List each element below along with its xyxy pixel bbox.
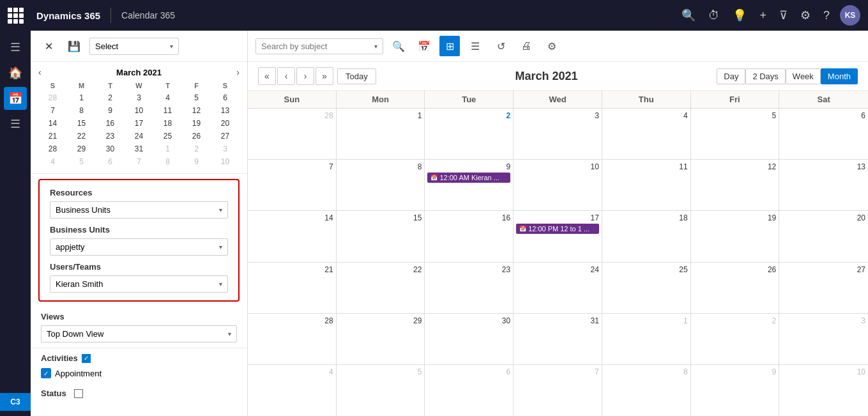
mini-cal-prev-btn[interactable]: ‹: [38, 67, 42, 77]
cal-day-cell[interactable]: 8: [602, 365, 691, 416]
cal-day-cell[interactable]: 26: [691, 263, 780, 313]
mini-cal-day[interactable]: 6: [96, 155, 125, 168]
search-dropdown-arrow[interactable]: ▾: [374, 43, 377, 50]
mini-cal-day[interactable]: 9: [182, 155, 211, 168]
cal-day-cell[interactable]: 19: [691, 211, 780, 261]
cal-day-cell[interactable]: 10: [779, 365, 868, 416]
mini-cal-day[interactable]: 4: [38, 155, 67, 168]
mini-cal-day[interactable]: 24: [125, 130, 153, 143]
cal-day-cell[interactable]: 4: [602, 109, 691, 159]
users-teams-dropdown[interactable]: Kieran Smith ▾: [50, 275, 228, 293]
mini-cal-day[interactable]: 26: [182, 130, 211, 143]
cal-day-cell[interactable]: 21: [248, 263, 337, 313]
mini-cal-next-btn[interactable]: ›: [236, 67, 240, 77]
view-2days-btn[interactable]: 2 Days: [745, 68, 785, 84]
cal-day-cell[interactable]: 17 📅 12:00 PM 12 to 1 ...: [514, 211, 602, 261]
cal-day-cell[interactable]: 29: [337, 314, 425, 364]
mini-cal-day[interactable]: 21: [38, 130, 67, 143]
app-grid-icon[interactable]: [8, 8, 24, 24]
appointment-checkbox[interactable]: ✓: [41, 368, 51, 378]
mini-cal-day[interactable]: 6: [211, 91, 240, 104]
mini-cal-day[interactable]: 11: [153, 104, 182, 117]
mini-cal-day[interactable]: 27: [211, 130, 240, 143]
mini-cal-day[interactable]: 7: [125, 155, 153, 168]
cal-day-cell[interactable]: 7: [248, 160, 337, 210]
resources-dropdown[interactable]: Business Units ▾: [50, 201, 228, 219]
list-view-icon-btn[interactable]: ☰: [465, 36, 485, 56]
cal-day-cell[interactable]: 14: [248, 211, 337, 261]
close-button[interactable]: ✕: [38, 36, 59, 56]
cal-date-icon-btn[interactable]: 📅: [414, 36, 434, 56]
add-icon[interactable]: +: [757, 6, 769, 25]
mini-cal-day[interactable]: 5: [182, 91, 211, 104]
help-icon[interactable]: ?: [821, 6, 832, 25]
mini-cal-day[interactable]: 10: [125, 104, 153, 117]
calendar-event[interactable]: 📅 12:00 AM Kieran ...: [427, 173, 510, 183]
cal-day-cell[interactable]: 5: [691, 109, 780, 159]
cal-day-cell[interactable]: 24: [514, 263, 602, 313]
sidebar-calendar-icon[interactable]: 📅: [4, 87, 27, 110]
save-button[interactable]: 💾: [64, 36, 84, 56]
mini-cal-day[interactable]: 19: [182, 117, 211, 130]
mini-cal-day[interactable]: 20: [211, 117, 240, 130]
cal-day-cell[interactable]: 28: [248, 109, 337, 159]
cal-day-cell[interactable]: 8: [337, 160, 425, 210]
view-month-btn[interactable]: Month: [821, 68, 858, 84]
cal-day-cell[interactable]: 20: [779, 211, 868, 261]
mini-cal-day[interactable]: 1: [153, 143, 182, 155]
cal-day-cell[interactable]: 6: [779, 109, 868, 159]
search-icon-btn[interactable]: 🔍: [388, 36, 409, 56]
cal-day-cell[interactable]: 27: [779, 263, 868, 313]
mini-cal-day[interactable]: 4: [153, 91, 182, 104]
cal-day-cell[interactable]: 9: [691, 365, 780, 416]
mini-cal-day[interactable]: 29: [67, 143, 96, 155]
mini-cal-day[interactable]: 9: [96, 104, 125, 117]
cal-day-cell[interactable]: 4: [248, 365, 337, 416]
cal-last-btn[interactable]: »: [316, 67, 333, 85]
cal-day-cell[interactable]: 30: [425, 314, 514, 364]
view-week-btn[interactable]: Week: [786, 68, 821, 84]
calendar-event[interactable]: 📅 12:00 PM 12 to 1 ...: [516, 224, 599, 234]
cal-day-cell[interactable]: 7: [514, 365, 602, 416]
cal-day-cell[interactable]: 22: [337, 263, 425, 313]
cal-day-cell[interactable]: 3: [514, 109, 602, 159]
cal-day-cell[interactable]: 25: [602, 263, 691, 313]
cal-day-cell[interactable]: 10: [514, 160, 602, 210]
avatar[interactable]: KS: [840, 5, 860, 26]
mini-cal-day[interactable]: 8: [153, 155, 182, 168]
mini-cal-day[interactable]: 31: [125, 143, 153, 155]
mini-cal-day[interactable]: 30: [96, 143, 125, 155]
cal-day-cell[interactable]: 31: [514, 314, 602, 364]
mini-cal-day[interactable]: 18: [153, 117, 182, 130]
status-checkbox[interactable]: [74, 389, 83, 398]
mini-cal-day[interactable]: 13: [211, 104, 240, 117]
mini-cal-day[interactable]: 2: [182, 143, 211, 155]
gear-nav-icon[interactable]: ⚙: [798, 6, 813, 25]
mini-cal-day[interactable]: 3: [125, 91, 153, 104]
mini-cal-day[interactable]: 28: [38, 91, 67, 104]
mini-cal-day[interactable]: 5: [67, 155, 96, 168]
cal-day-cell[interactable]: 5: [337, 365, 425, 416]
cal-day-cell[interactable]: 2: [425, 109, 514, 159]
cal-day-cell[interactable]: 16: [425, 211, 514, 261]
mini-cal-day[interactable]: 1: [67, 91, 96, 104]
search-nav-icon[interactable]: 🔍: [679, 6, 698, 25]
sidebar-list-icon[interactable]: ☰: [4, 112, 27, 135]
mini-cal-day[interactable]: 25: [153, 130, 182, 143]
view-day-btn[interactable]: Day: [717, 68, 745, 84]
mini-cal-day[interactable]: 3: [211, 143, 240, 155]
cal-day-cell[interactable]: 11: [602, 160, 691, 210]
cal-day-cell[interactable]: 18: [602, 211, 691, 261]
cal-prev-btn[interactable]: ‹: [277, 67, 295, 85]
mini-cal-day[interactable]: 2: [96, 91, 125, 104]
grid-view-icon-btn[interactable]: ⊞: [439, 36, 460, 56]
cal-day-cell[interactable]: 13: [779, 160, 868, 210]
mini-cal-day[interactable]: 8: [67, 104, 96, 117]
cal-first-btn[interactable]: «: [258, 67, 276, 85]
business-units-dropdown[interactable]: appjetty ▾: [50, 238, 228, 256]
cal-day-cell[interactable]: 15: [337, 211, 425, 261]
mini-cal-day[interactable]: 22: [67, 130, 96, 143]
mini-cal-day[interactable]: 23: [96, 130, 125, 143]
cal-day-cell[interactable]: 2: [691, 314, 780, 364]
sidebar-home-icon[interactable]: 🏠: [4, 61, 27, 84]
